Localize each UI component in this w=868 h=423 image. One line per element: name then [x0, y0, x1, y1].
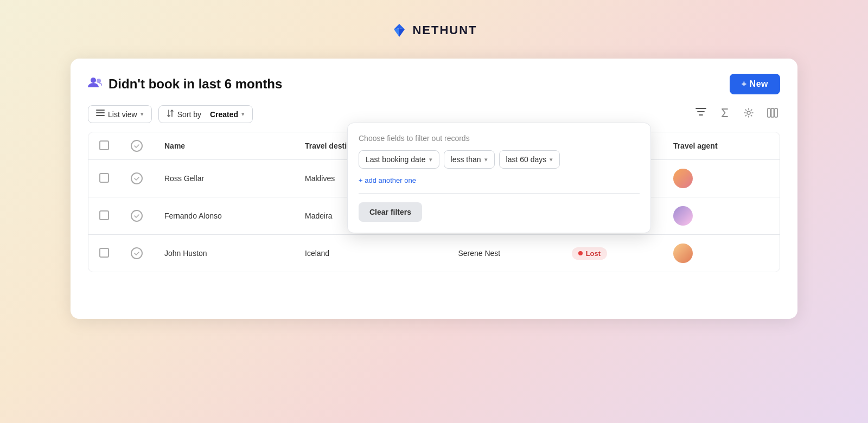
sort-icon [167, 110, 174, 119]
sort-by-label: Sort by [177, 110, 201, 119]
svg-rect-5 [96, 110, 105, 111]
status-badge: Lost [572, 247, 607, 260]
status-dot [578, 251, 583, 255]
row1-agent [662, 160, 780, 197]
row1-circle-check [131, 172, 143, 184]
svg-point-3 [91, 78, 96, 83]
card-header: Didn't book in last 6 months + New [88, 74, 780, 94]
svg-rect-10 [771, 108, 774, 117]
filter-field-select[interactable]: Last booking date ▾ [359, 150, 439, 169]
people-icon [88, 76, 102, 92]
logo-text: NetHunt [412, 23, 477, 37]
header-check2-col [120, 132, 154, 160]
svg-rect-7 [96, 115, 105, 116]
sort-button[interactable]: Sort by Created ▾ [158, 105, 253, 123]
row3-status: Lost [561, 235, 662, 272]
row3-circle-check [131, 247, 143, 259]
new-button[interactable]: + New [730, 74, 780, 94]
row3-hotel: Serene Nest [447, 235, 560, 272]
row2-avatar [673, 206, 693, 226]
svg-rect-9 [768, 108, 770, 117]
row3-check2-cell [120, 235, 154, 272]
columns-icon-button[interactable] [765, 106, 780, 123]
row2-checkbox[interactable] [99, 210, 109, 220]
sort-chevron: ▾ [241, 111, 245, 118]
main-card: Didn't book in last 6 months + New List … [71, 59, 797, 319]
toolbar-right [693, 105, 780, 123]
row3-avatar [673, 243, 693, 263]
svg-point-8 [747, 111, 750, 114]
header-checkbox[interactable] [99, 140, 109, 150]
svg-rect-11 [775, 108, 777, 117]
row1-checkbox-cell [88, 160, 120, 197]
list-view-icon [96, 110, 105, 119]
row3-agent [662, 235, 780, 272]
filter-field-chevron: ▾ [429, 156, 432, 163]
clear-filters-button[interactable]: Clear filters [359, 202, 422, 222]
list-view-chevron: ▾ [141, 111, 144, 118]
card-title-area: Didn't book in last 6 months [88, 76, 282, 92]
row3-checkbox[interactable] [99, 248, 109, 258]
filter-value-select[interactable]: last 60 days ▾ [499, 150, 560, 169]
row2-name: Fernando Alonso [154, 197, 294, 235]
filter-condition-chevron: ▾ [484, 156, 488, 163]
logo-area: NetHunt [391, 22, 477, 39]
filter-icon [695, 108, 706, 118]
filter-row: Last booking date ▾ less than ▾ last 60 … [359, 150, 640, 169]
row2-agent [662, 197, 780, 235]
status-label: Lost [586, 249, 601, 258]
filter-icon-button[interactable] [693, 106, 709, 123]
filter-value-label: last 60 days [506, 155, 547, 164]
list-view-button[interactable]: List view ▾ [88, 105, 152, 123]
filter-condition-label: less than [451, 155, 481, 164]
row2-circle-check [131, 210, 143, 222]
header-checkbox-col [88, 132, 120, 160]
row2-checkbox-cell [88, 197, 120, 235]
row3-name: John Huston [154, 235, 294, 272]
sigma-icon [719, 107, 730, 118]
toolbar: List view ▾ Sort by Created ▾ [88, 105, 780, 123]
page-title: Didn't book in last 6 months [108, 76, 282, 92]
row1-checkbox[interactable] [99, 173, 109, 183]
table-row: John Huston Iceland Serene Nest Lost [88, 235, 780, 272]
columns-icon [767, 108, 778, 118]
sigma-icon-button[interactable] [717, 105, 732, 123]
settings-icon-button[interactable] [741, 105, 756, 123]
add-another-button[interactable]: + add another one [359, 176, 640, 184]
filter-popup-title: Choose fields to filter out records [359, 134, 640, 143]
filter-divider [359, 193, 640, 194]
filter-field-label: Last booking date [366, 155, 426, 164]
filter-value-chevron: ▾ [550, 156, 553, 163]
settings-icon [743, 107, 754, 118]
filter-condition-select[interactable]: less than ▾ [444, 150, 495, 169]
svg-marker-2 [394, 28, 399, 37]
header-agent: Travel agent [662, 132, 780, 160]
nethunt-logo-icon [391, 22, 408, 39]
filter-popup: Choose fields to filter out records Last… [347, 123, 651, 233]
header-circle-check [131, 140, 143, 152]
row1-avatar [673, 169, 693, 188]
row1-check2-cell [120, 160, 154, 197]
row1-name: Ross Gellar [154, 160, 294, 197]
row3-checkbox-cell [88, 235, 120, 272]
sort-field-label: Created [210, 110, 238, 119]
svg-rect-6 [96, 112, 105, 113]
svg-marker-1 [399, 28, 405, 37]
header-name: Name [154, 132, 294, 160]
row2-check2-cell [120, 197, 154, 235]
list-view-label: List view [108, 110, 137, 119]
svg-point-4 [97, 79, 101, 83]
row3-destination: Iceland [294, 235, 447, 272]
